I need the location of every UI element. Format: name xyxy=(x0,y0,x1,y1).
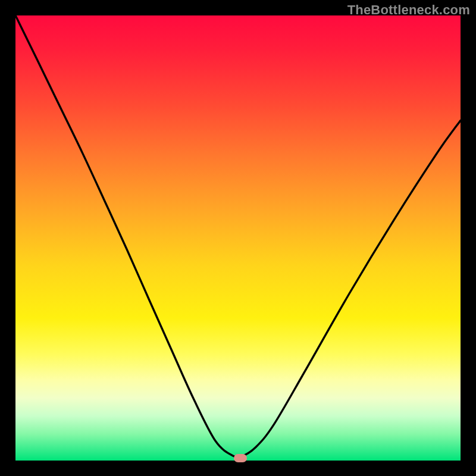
optimum-marker xyxy=(234,454,247,462)
watermark-text: TheBottleneck.com xyxy=(347,2,470,18)
plot-area xyxy=(15,15,461,461)
chart-container: TheBottleneck.com xyxy=(0,0,476,476)
chart-curve xyxy=(15,15,461,461)
